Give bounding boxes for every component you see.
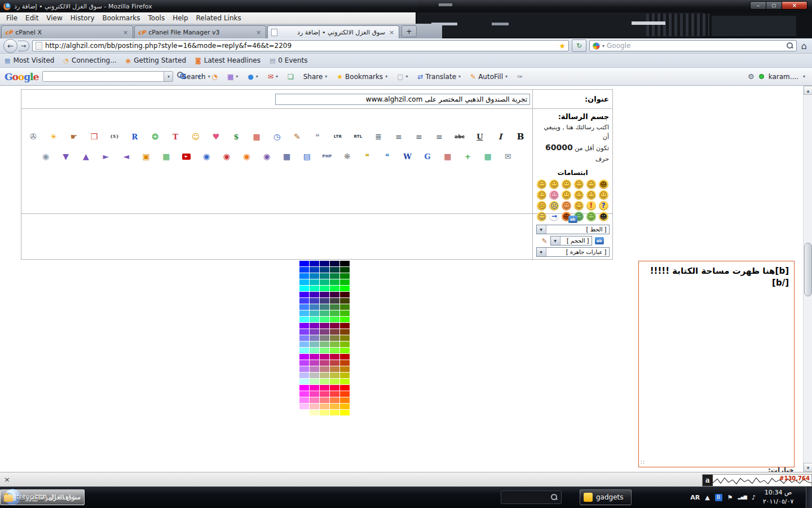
- menu-item[interactable]: Tools: [144, 13, 169, 23]
- color-swatch[interactable]: [330, 379, 339, 384]
- color-swatch[interactable]: [310, 273, 319, 279]
- smiley-wink[interactable]: ☺: [562, 190, 571, 200]
- pencil-icon[interactable]: ✎: [291, 130, 303, 143]
- spoiler-icon[interactable]: ▣: [140, 150, 152, 163]
- money-icon[interactable]: $: [230, 130, 242, 143]
- find-bar-close-button[interactable]: ×: [2, 475, 12, 484]
- color-swatch[interactable]: [310, 391, 319, 397]
- color-swatch[interactable]: [299, 317, 309, 322]
- color-swatch[interactable]: [330, 335, 339, 341]
- wrench-icon[interactable]: ⚙: [748, 72, 754, 81]
- google-search-engine-icon[interactable]: [593, 42, 600, 50]
- color-swatch[interactable]: [340, 329, 350, 335]
- arrow-right-icon[interactable]: ►: [100, 150, 112, 163]
- scroll-up-button[interactable]: ▲: [804, 86, 812, 95]
- smiley-exclaim[interactable]: !: [586, 201, 596, 211]
- google-icon[interactable]: G: [421, 150, 434, 163]
- color-swatch[interactable]: [320, 379, 329, 384]
- color-swatch[interactable]: [330, 298, 339, 304]
- italic-icon[interactable]: I: [494, 130, 506, 143]
- select-arrow-icon[interactable]: ▼: [537, 248, 546, 256]
- color-swatch[interactable]: [299, 261, 309, 266]
- color-swatch[interactable]: [299, 410, 309, 415]
- color-swatch[interactable]: [299, 304, 309, 310]
- color-swatch[interactable]: [330, 385, 339, 391]
- subject-input[interactable]: [275, 94, 530, 105]
- reload-button[interactable]: ↻: [572, 40, 586, 52]
- color-swatch[interactable]: [340, 354, 350, 360]
- smiley-redface[interactable]: ☺: [562, 201, 571, 211]
- align-left-icon[interactable]: ≡: [392, 130, 405, 143]
- color-swatch[interactable]: [340, 391, 350, 397]
- color-swatch[interactable]: [340, 379, 350, 384]
- smiley-smile[interactable]: ☺: [574, 179, 584, 189]
- color-swatch[interactable]: [310, 310, 319, 316]
- toolbar-search-dropdown-icon[interactable]: ▾: [164, 72, 173, 81]
- replace-icon[interactable]: R: [129, 130, 141, 143]
- color-swatch[interactable]: [320, 329, 329, 335]
- color-swatch[interactable]: [299, 360, 309, 366]
- url-text[interactable]: http://alghzil.com/bb/posting.php?style=…: [45, 42, 556, 50]
- smiley-question[interactable]: ?: [599, 201, 608, 211]
- color-swatch[interactable]: [340, 317, 350, 322]
- color-swatch[interactable]: [340, 341, 350, 347]
- color-swatch[interactable]: [299, 354, 309, 360]
- color-swatch[interactable]: [299, 366, 309, 372]
- new-tab-button[interactable]: +: [401, 25, 417, 37]
- color-swatch[interactable]: [310, 373, 319, 378]
- arrow-up-icon[interactable]: ▲: [80, 150, 92, 163]
- table-icon[interactable]: ▦: [281, 150, 293, 163]
- picture-icon[interactable]: ▦: [482, 150, 494, 163]
- color-swatch[interactable]: [340, 304, 350, 310]
- color-swatch[interactable]: [330, 261, 339, 266]
- color-swatch[interactable]: [299, 348, 309, 353]
- pen-icon[interactable]: ✑: [514, 72, 526, 82]
- tab-close-button[interactable]: ×: [255, 29, 262, 36]
- address-bar[interactable]: http://alghzil.com/bb/posting.php?style=…: [32, 40, 569, 51]
- arrow-down-icon[interactable]: ▼: [60, 150, 72, 163]
- align-right-icon[interactable]: ≡: [433, 130, 445, 143]
- color-swatch[interactable]: [330, 404, 339, 409]
- color-swatch[interactable]: [320, 348, 329, 353]
- resize-grip-icon[interactable]: ∷: [641, 459, 645, 466]
- color-swatch[interactable]: [340, 267, 350, 273]
- color-swatch[interactable]: [310, 267, 319, 273]
- color-swatch[interactable]: [299, 298, 309, 304]
- search-placeholder[interactable]: Google: [607, 42, 784, 50]
- color-swatch[interactable]: [340, 279, 350, 285]
- bluetooth-icon[interactable]: B: [715, 494, 722, 501]
- color-swatch[interactable]: [320, 335, 329, 341]
- color-swatch[interactable]: [320, 298, 329, 304]
- color-swatch[interactable]: [310, 385, 319, 391]
- color-swatch[interactable]: [340, 385, 350, 391]
- color-swatch[interactable]: [320, 410, 329, 415]
- color-swatch[interactable]: [330, 354, 339, 360]
- smiley-razz[interactable]: ☺: [586, 190, 596, 200]
- color-swatch[interactable]: [299, 335, 309, 341]
- frame-button[interactable]: ▢ ▾: [394, 72, 411, 82]
- color-swatch[interactable]: [299, 341, 309, 347]
- color-swatch[interactable]: [320, 267, 329, 273]
- color-swatch[interactable]: [330, 366, 339, 372]
- color-swatch[interactable]: [340, 286, 350, 291]
- menu-item[interactable]: History: [67, 13, 99, 23]
- email-icon[interactable]: ✉: [502, 150, 514, 163]
- color-swatch[interactable]: [310, 354, 319, 360]
- sphere-icon[interactable]: ● ▾: [245, 72, 261, 82]
- network-icon[interactable]: ▂▄▆: [738, 495, 747, 500]
- color-swatch[interactable]: [310, 379, 319, 384]
- tab[interactable]: سوق الغزل الالكتروني • إضافة رد ×: [267, 25, 399, 38]
- gallery-icon[interactable]: ▦: [442, 150, 454, 163]
- autofill-button[interactable]: ✎ AutoFill ▾: [467, 71, 510, 82]
- color-swatch[interactable]: [340, 310, 350, 316]
- php-icon[interactable]: PHP: [321, 150, 333, 163]
- smiley-icon[interactable]: ☺: [189, 130, 202, 143]
- color-swatch[interactable]: [330, 323, 339, 329]
- color-swatch[interactable]: [340, 335, 350, 341]
- tab[interactable]: cP cPanel File Manager v3 ×: [134, 25, 266, 38]
- user-account-label[interactable]: karam....: [769, 73, 798, 81]
- color-swatch[interactable]: [320, 360, 329, 366]
- vertical-scrollbar[interactable]: ▲ ▼: [803, 86, 812, 472]
- color-swatch[interactable]: [320, 286, 329, 291]
- search-button[interactable]: Search ▾: [177, 72, 189, 82]
